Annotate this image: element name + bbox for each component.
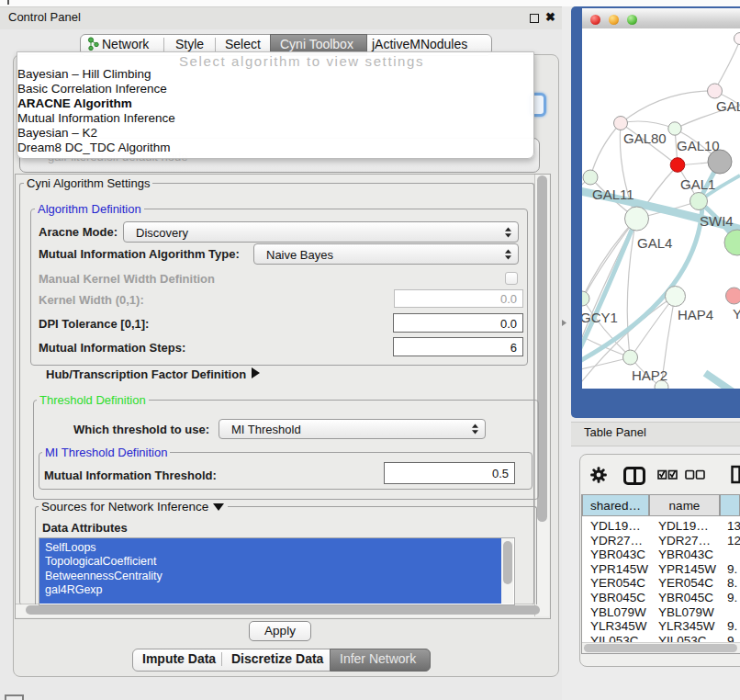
svg-text:GAL10: GAL10	[677, 138, 720, 153]
svg-text:GAL1: GAL1	[680, 176, 715, 192]
svg-text:HAP2: HAP2	[632, 367, 667, 383]
svg-text:SWI4: SWI4	[700, 213, 734, 229]
svg-text:GCY1: GCY1	[582, 310, 618, 325]
svg-text:Y: Y	[733, 306, 740, 322]
svg-text:GAL7: GAL7	[716, 98, 740, 114]
svg-text:GAL11: GAL11	[592, 186, 634, 202]
svg-text:HAP4: HAP4	[678, 307, 713, 322]
svg-text:GAL4: GAL4	[637, 235, 672, 251]
svg-text:GAL80: GAL80	[623, 130, 667, 146]
